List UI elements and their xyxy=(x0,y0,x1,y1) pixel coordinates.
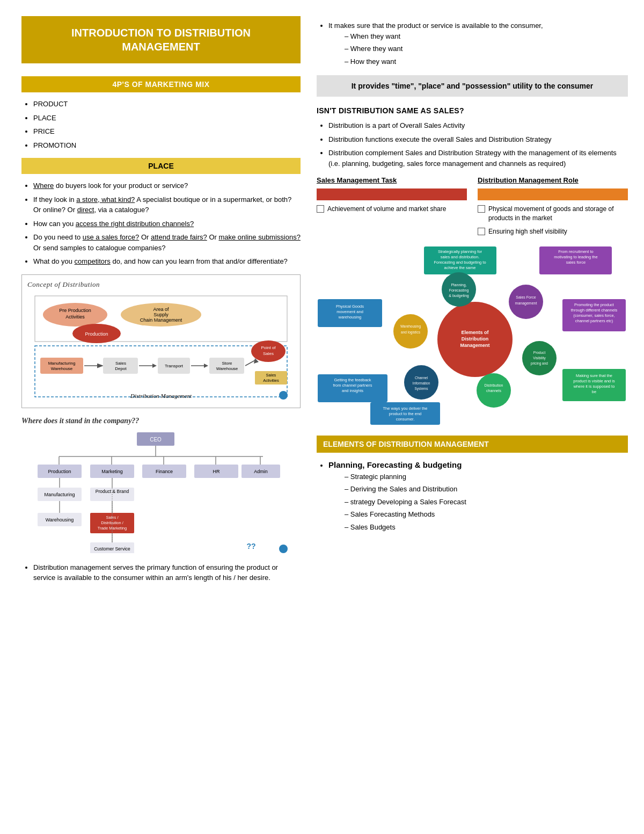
svg-line-27 xyxy=(245,360,255,366)
svg-text:Activities: Activities xyxy=(65,314,85,320)
list-item: PRODUCT xyxy=(33,99,301,110)
dist-col-title: Distribution Management Role xyxy=(478,176,628,184)
list-item: PRICE xyxy=(33,126,301,137)
isnt-title: ISN'T DISTRIBUTION SAME AS SALES? xyxy=(317,106,628,115)
svg-text:where it is supposed to: where it is supposed to xyxy=(573,384,615,389)
svg-text:Management: Management xyxy=(460,343,489,348)
svg-text:Forecasting: Forecasting xyxy=(449,288,469,293)
svg-text:The ways you deliver the: The ways you deliver the xyxy=(383,406,428,411)
svg-text:& budgeting: & budgeting xyxy=(449,294,469,298)
list-item: PLACE xyxy=(33,113,301,124)
svg-text:Strategically planning for: Strategically planning for xyxy=(438,249,482,254)
where-stands-title: Where does it stand in the company?? xyxy=(21,417,301,425)
svg-text:Distribution: Distribution xyxy=(462,336,489,342)
svg-rect-15 xyxy=(103,358,138,374)
list-item: strategy Developing a Sales Forecast xyxy=(345,497,628,507)
checkbox xyxy=(478,205,485,213)
list-item: What do you competitors do, and how can … xyxy=(33,256,301,267)
svg-text:Warehousing: Warehousing xyxy=(400,324,421,329)
place-header: PLACE xyxy=(21,158,301,174)
svg-text:Point of: Point of xyxy=(261,345,276,350)
isnt-list: Distribution is a part of Overall Sales … xyxy=(317,120,628,169)
list-item: It makes sure that the product or servic… xyxy=(328,20,628,67)
list-item: How they want xyxy=(345,56,628,67)
info-box: It provides "time", "place" and "possess… xyxy=(317,75,628,97)
svg-point-36 xyxy=(279,391,288,400)
org-chart: CEO Production Marketing xyxy=(21,430,301,553)
svg-text:Transport: Transport xyxy=(165,364,184,368)
list-item: Sales Budgets xyxy=(345,522,628,533)
check-item: Achievement of volume and market share xyxy=(317,205,467,214)
svg-marker-19 xyxy=(152,364,157,368)
list-item: PROMOTION xyxy=(33,140,301,151)
it-makes-section: It makes sure that the product or servic… xyxy=(317,20,628,67)
svg-text:Sales: Sales xyxy=(263,351,274,356)
list-item: Planning, Forecasting & budgeting Strate… xyxy=(328,459,628,532)
list-item: Distribution is a part of Overall Sales … xyxy=(328,120,628,131)
svg-text:CEO: CEO xyxy=(150,437,162,443)
svg-text:sales and distribution.: sales and distribution. xyxy=(441,255,480,259)
svg-text:Production: Production xyxy=(85,331,108,337)
svg-text:product to the end: product to the end xyxy=(389,411,421,416)
svg-text:Getting the feedback: Getting the feedback xyxy=(334,378,371,382)
checkbox xyxy=(478,228,485,235)
svg-text:Warehousing: Warehousing xyxy=(46,517,74,523)
svg-text:Sales: Sales xyxy=(115,361,126,366)
svg-text:sales force: sales force xyxy=(566,260,586,265)
svg-text:through different channels: through different channels xyxy=(571,308,618,313)
svg-marker-23 xyxy=(204,364,208,368)
distribution-diagram: Pre Production Activities Area of Supply… xyxy=(27,293,295,401)
svg-text:Sales Force: Sales Force xyxy=(516,295,536,299)
svg-text:Supply: Supply xyxy=(153,312,169,317)
svg-text:Promoting the product: Promoting the product xyxy=(574,302,614,307)
svg-text:Manufacturing: Manufacturing xyxy=(48,361,76,366)
left-column: INTRODUCTION TO DISTRIBUTION MANAGEMENT … xyxy=(21,16,301,818)
svg-text:channel partners etc): channel partners etc) xyxy=(575,318,613,323)
bottom-bullets: Distribution management serves the prima… xyxy=(21,562,301,583)
svg-text:(consumer, sales force,: (consumer, sales force, xyxy=(573,313,615,318)
svg-text:from channel partners: from channel partners xyxy=(333,383,372,388)
list-item: Deriving the Sales and Distribution xyxy=(345,484,628,495)
svg-text:Production: Production xyxy=(48,469,71,474)
svg-text:Area of: Area of xyxy=(153,307,169,312)
list-item: Distribution functions execute the overa… xyxy=(328,134,628,145)
svg-text:and logistics: and logistics xyxy=(401,330,421,335)
red-bar xyxy=(317,188,467,200)
check-item: Physical movement of goods and storage o… xyxy=(478,205,628,223)
sub-dash-list: When they want Where they want How they … xyxy=(328,31,628,67)
right-column: It makes sure that the product or servic… xyxy=(317,16,628,818)
svg-text:Planning,: Planning, xyxy=(451,283,466,287)
planning-bold: Planning, Forecasting & budgeting xyxy=(328,460,462,469)
svg-text:Elements of: Elements of xyxy=(461,330,489,335)
svg-text:Systems: Systems xyxy=(415,387,429,391)
concept-of-distribution-box: Concept of Distribution Pre Production A… xyxy=(21,274,301,408)
svg-text:motivating to leading the: motivating to leading the xyxy=(554,255,597,259)
svg-rect-24 xyxy=(209,358,244,374)
svg-text:movement and: movement and xyxy=(336,309,363,314)
svg-text:Store: Store xyxy=(222,361,232,366)
svg-text:Depot: Depot xyxy=(115,366,127,371)
list-item: Strategic planning xyxy=(345,472,628,482)
list-item: When they want xyxy=(345,31,628,42)
svg-text:HR: HR xyxy=(213,469,220,474)
svg-text:From recruitment to: From recruitment to xyxy=(558,249,593,254)
svg-text:and insights: and insights xyxy=(342,388,363,393)
svg-rect-11 xyxy=(40,358,83,374)
svg-text:Chain Management: Chain Management xyxy=(140,317,182,323)
svg-text:be: be xyxy=(592,389,596,394)
svg-text:Warehouse: Warehouse xyxy=(51,366,73,371)
list-item: How can you access the right distributio… xyxy=(33,219,301,229)
svg-text:Distribution: Distribution xyxy=(484,383,503,387)
svg-text:consumer.: consumer. xyxy=(396,417,415,422)
planning-sub-list: Strategic planning Deriving the Sales an… xyxy=(328,472,628,533)
svg-point-76 xyxy=(279,545,288,553)
place-list: Where do buyers look for your product or… xyxy=(21,180,301,267)
marketing-mix-header: 4P'S OF MARKETING MIX xyxy=(21,76,301,92)
list-item: Where they want xyxy=(345,43,628,54)
svg-text:Physical Goods: Physical Goods xyxy=(336,304,364,309)
circular-elements-diagram: Strategically planning for sales and dis… xyxy=(317,245,628,428)
check-item: Ensuring high shelf visibility xyxy=(478,227,628,236)
svg-text:Product & Brand: Product & Brand xyxy=(96,489,129,494)
svg-text:channels: channels xyxy=(486,389,502,393)
svg-text:Channel: Channel xyxy=(415,376,428,380)
